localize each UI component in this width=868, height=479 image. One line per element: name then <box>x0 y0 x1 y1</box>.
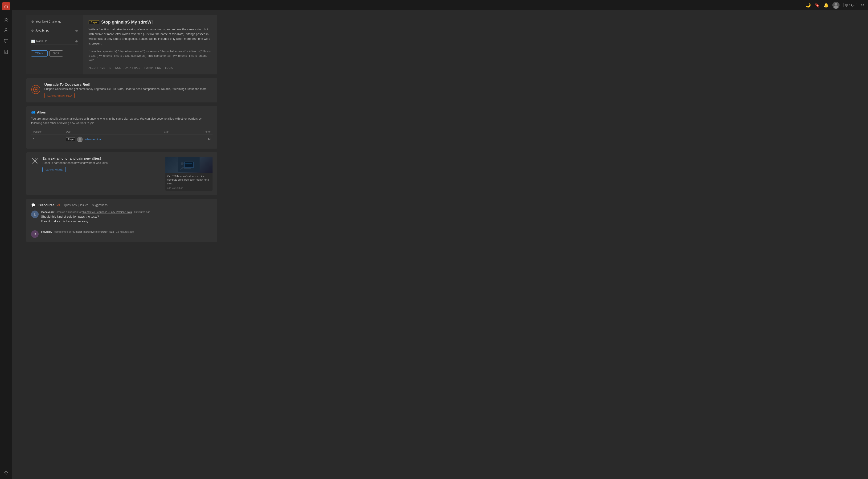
ally-clan <box>162 134 185 144</box>
discourse-body-1: Should this kind of solution pass the te… <box>41 214 213 223</box>
honor-count: 14 <box>861 3 864 7</box>
ally-avatar <box>77 136 83 142</box>
svg-marker-13 <box>845 4 848 7</box>
discourse-item: L lechevalier · created a question for "… <box>31 211 213 227</box>
tag-separator-3: · <box>143 66 144 70</box>
filter-sep-1: | <box>62 203 62 207</box>
upgrade-icon <box>31 85 40 96</box>
discourse-header: 💬 Discourse All | Questions | Issues | S… <box>31 203 213 207</box>
filter-issues[interactable]: Issues <box>80 203 88 207</box>
ally-username[interactable]: wilsonespina <box>85 138 101 141</box>
filter-all[interactable]: All <box>57 203 60 207</box>
svg-rect-33 <box>184 168 191 169</box>
svg-rect-3 <box>4 39 8 42</box>
earn-honor-card: Earn extra honor and gain new allies! Ho… <box>26 152 217 195</box>
challenge-left-panel: ⚙ Your Next Challenge ⚙ JavaScript ⊕ 📊 R… <box>26 15 83 74</box>
user-cell: 8 kyu wilsonespina <box>66 136 160 142</box>
tag-logic[interactable]: LOGIC <box>165 67 173 69</box>
discourse-filters: All | Questions | Issues | Suggestions <box>57 203 107 207</box>
filter-questions[interactable]: Questions <box>64 203 76 207</box>
upgrade-content: Upgrade To Codewars Red! Support Codewar… <box>26 78 217 102</box>
content-area: ⚙ Your Next Challenge ⚙ JavaScript ⊕ 📊 R… <box>12 10 224 251</box>
nav-trophy-icon[interactable] <box>3 470 9 477</box>
rank-badge: 8 kyu <box>843 3 857 7</box>
nav-kata-icon[interactable] <box>3 16 9 23</box>
kata-examples: Examples: spinWords( "Hey fellow warrior… <box>89 49 212 63</box>
earn-ad: Get 750 hours of virtual machine compute… <box>165 157 213 191</box>
rankup-label: Rank Up <box>36 39 48 43</box>
svg-point-18 <box>79 137 81 140</box>
filter-suggestions[interactable]: Suggestions <box>92 203 107 207</box>
tag-separator-2: · <box>123 66 124 70</box>
learn-about-red-button[interactable]: LEARN ABOUT RED <box>44 93 75 98</box>
filter-sep-3: | <box>90 203 91 207</box>
discourse-item-2: B balygaby · commented on "Simpler Inter… <box>31 230 213 238</box>
bookmark-icon[interactable]: 🔖 <box>814 3 820 8</box>
kata-description: Write a function that takes in a string … <box>89 27 212 46</box>
allies-icon: 👥 <box>31 110 35 114</box>
upgrade-description: Support Codewars and get some fancy upgr… <box>44 87 213 91</box>
topnav: 🌙 🔖 🔔 8 kyu 14 <box>12 0 868 10</box>
kata-title-row: 6 kyu Stop gninnipS My sdroW! <box>89 20 212 25</box>
rankup-expand-icon[interactable]: ⊕ <box>75 39 78 43</box>
discourse-avatar-2: B <box>31 230 39 238</box>
this-kind-link[interactable]: this kind <box>51 215 63 218</box>
discourse-meta-1: lechevalier · created a question for "Re… <box>41 211 213 213</box>
svg-point-16 <box>35 89 37 90</box>
earn-ad-attribution: ads via Carbon <box>165 187 213 191</box>
tag-algorithms[interactable]: ALGORITHMS <box>89 67 105 69</box>
discourse-content-2: balygaby · commented on "Simpler Interac… <box>41 230 213 238</box>
nav-docs-icon[interactable] <box>3 49 9 55</box>
moon-icon[interactable]: 🌙 <box>806 3 811 8</box>
ally-user-cell: 8 kyu wilsonespina <box>64 134 162 144</box>
earn-ad-image <box>165 157 213 173</box>
allies-card: 👥 Allies You are automatically given an … <box>26 106 217 149</box>
rankup-option[interactable]: 📊 Rank Up ⊕ <box>31 38 78 45</box>
allies-table: Position User Clan Honor 1 8 kyu <box>31 129 213 145</box>
language-option[interactable]: ⚙ JavaScript ⊕ <box>31 27 78 34</box>
earn-title: Earn extra honor and gain new allies! <box>42 157 162 160</box>
allies-table-header: Position User Clan Honor <box>31 129 213 135</box>
filter-sep-2: | <box>78 203 79 207</box>
settings-icon[interactable]: ⚙ <box>31 20 34 24</box>
next-challenge-card: ⚙ Your Next Challenge ⚙ JavaScript ⊕ 📊 R… <box>26 15 217 74</box>
earn-ad-text: Get 750 hours of virtual machine compute… <box>165 173 213 187</box>
col-honor: Honor <box>185 129 213 135</box>
challenge-header-text: Your Next Challenge <box>36 20 62 23</box>
discourse-meta-2: balygaby · commented on "Simpler Interac… <box>41 230 213 233</box>
earn-content: Earn extra honor and gain new allies! Ho… <box>42 157 162 172</box>
tag-strings[interactable]: STRINGS <box>110 67 121 69</box>
skip-button[interactable]: SKIP <box>50 51 63 57</box>
learn-more-button[interactable]: LEARN MORE <box>42 167 66 172</box>
tag-data-types[interactable]: DATA TYPES <box>125 67 140 69</box>
allies-description: You are automatically given an allegianc… <box>31 117 213 126</box>
discourse-avatar-1: L <box>31 211 39 218</box>
tag-separator-1: · <box>108 66 108 70</box>
bell-icon[interactable]: 🔔 <box>824 3 829 8</box>
rankup-icon: 📊 <box>31 39 35 43</box>
user-avatar[interactable] <box>832 2 839 9</box>
language-expand-icon[interactable]: ⊕ <box>75 29 78 32</box>
discourse-kata-link-2[interactable]: "Simpler Interactive Interpreter" kata <box>72 230 114 233</box>
train-button[interactable]: TRAIN <box>31 51 48 57</box>
tag-separator-4: · <box>163 66 164 70</box>
nav-chat-icon[interactable] <box>3 38 9 44</box>
discourse-kata-link-1[interactable]: "Repetitive Sequence - Easy Version " ka… <box>83 211 132 214</box>
nav-warriors-icon[interactable] <box>3 27 9 33</box>
discourse-chat-icon: 💬 <box>31 203 36 207</box>
tag-formatting[interactable]: FORMATTING <box>145 67 161 69</box>
upgrade-title: Upgrade To Codewars Red! <box>44 83 213 87</box>
discourse-card: 💬 Discourse All | Questions | Issues | S… <box>26 199 217 242</box>
allies-table-body: 1 8 kyu <box>31 134 213 144</box>
svg-point-2 <box>5 29 7 30</box>
col-clan: Clan <box>162 129 185 135</box>
language-icon: ⚙ <box>31 29 34 32</box>
allies-section-title: 👥 Allies <box>31 110 213 114</box>
upgrade-text: Upgrade To Codewars Red! Support Codewar… <box>44 83 213 98</box>
logo[interactable]: ⬡ <box>2 2 10 10</box>
kata-kyu-badge: 6 kyu <box>89 20 99 24</box>
kata-tags: ALGORITHMS · STRINGS · DATA TYPES · FORM… <box>89 66 212 70</box>
ally-position: 1 <box>31 134 64 144</box>
earn-description: Honor is earned for each new codewarrior… <box>42 161 162 165</box>
challenge-header: ⚙ Your Next Challenge <box>31 20 78 24</box>
